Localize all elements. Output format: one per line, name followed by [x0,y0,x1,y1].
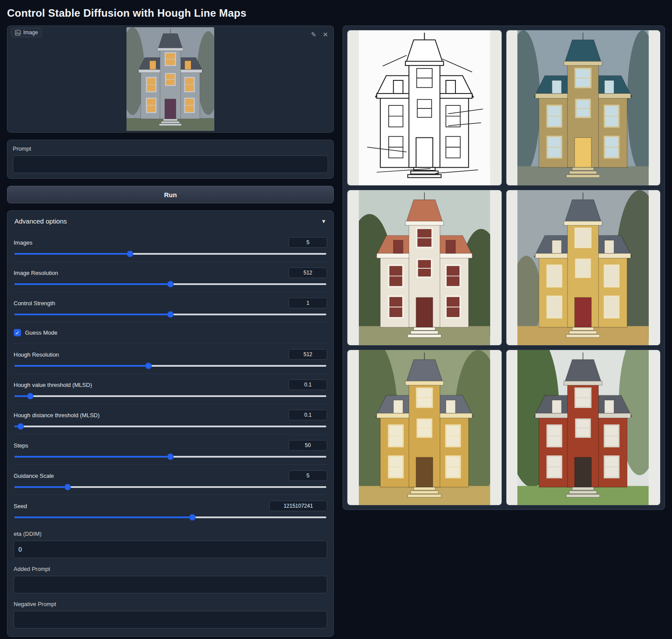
slider-hough-distance-threshold-mlsd: Hough distance threshold (MLSD) [14,404,327,434]
slider-fill [14,456,170,458]
negative-prompt-input[interactable] [14,611,327,628]
added-prompt-input[interactable] [14,576,327,593]
slider-image-resolution: Image Resolution [14,261,327,292]
advanced-options-accordion[interactable]: Advanced options ▼ [14,211,327,231]
slider-fill [14,486,68,488]
image-toolbar: ✎ ✕ [310,30,329,39]
gallery-item-hough-line-map[interactable] [347,30,502,186]
gallery-image [517,30,649,185]
run-button[interactable]: Run [7,186,334,203]
image-label-text: Image [23,29,38,36]
slider-value-input[interactable] [289,267,327,278]
slider-handle[interactable] [167,454,174,460]
slider-value-input[interactable] [289,440,327,451]
slider-label: Steps [14,442,28,449]
advanced-options-title: Advanced options [14,217,67,225]
input-image-panel: Image ✎ ✕ [7,25,334,133]
slider-track[interactable] [14,486,326,488]
eta-field: eta (DDIM) [14,525,327,560]
slider-handle[interactable] [167,311,174,318]
slider-label: Guidance Scale [14,473,54,479]
page-title: Control Stable Diffusion with Hough Line… [0,0,672,25]
slider-handle[interactable] [64,484,71,491]
slider-value-input[interactable] [289,379,327,390]
guess-mode-label: Guess Mode [25,329,58,336]
slider-fill [14,253,130,255]
input-image[interactable] [7,26,333,132]
gallery-item-mustard-victorian-painting[interactable] [506,190,661,346]
controls-column: Image ✎ ✕ Prompt Run Advanced options ▼ … [7,25,334,637]
slider-handle[interactable] [145,363,152,369]
slider-track[interactable] [14,365,326,367]
slider-handle[interactable] [126,251,133,257]
sliders-top-group: Images Image Resolution Control Strength [14,231,327,322]
slider-label: Hough distance threshold (MLSD) [14,412,100,419]
gallery-item-gold-victorian-painting[interactable] [347,350,502,505]
slider-control-strength: Control Strength [14,292,327,322]
eta-input[interactable] [14,541,327,558]
slider-guidance-scale: Guidance Scale [14,464,327,495]
gallery-item-teal-victorian-painting[interactable] [506,30,661,186]
slider-track[interactable] [14,395,326,397]
negative-prompt-label: Negative Prompt [14,601,327,607]
slider-value-input[interactable] [289,470,327,481]
slider-handle[interactable] [167,281,174,288]
slider-label: Seed [14,503,27,509]
eta-label: eta (DDIM) [14,531,327,537]
gallery-image [359,30,490,185]
edit-image-button[interactable]: ✎ [310,30,318,39]
slider-value-input[interactable] [269,501,327,511]
gallery-item-white-victorian-painting[interactable] [347,190,502,346]
slider-track[interactable] [14,283,326,285]
slider-fill [14,516,192,518]
guess-mode-checkbox[interactable]: ✓ Guess Mode [14,322,327,343]
negative-prompt-field: Negative Prompt [14,595,327,630]
input-image-preview [126,27,214,131]
clear-image-button[interactable]: ✕ [322,30,329,39]
slider-value-input[interactable] [289,298,327,308]
slider-value-input[interactable] [289,237,327,248]
slider-label: Control Strength [14,300,55,307]
slider-hough-resolution: Hough Resolution [14,343,327,373]
slider-track[interactable] [14,253,326,255]
slider-images: Images [14,231,327,261]
slider-value-input[interactable] [289,349,327,360]
gallery-image [517,350,649,505]
slider-label: Hough Resolution [14,351,59,358]
slider-track[interactable] [14,456,326,458]
slider-steps: Steps [14,434,327,464]
slider-fill [14,283,170,285]
slider-handle[interactable] [18,423,24,430]
added-prompt-label: Added Prompt [14,566,327,572]
slider-fill [14,365,148,367]
advanced-options-panel: Advanced options ▼ Images Image Resoluti… [7,210,334,637]
slider-track[interactable] [14,516,326,518]
slider-seed: Seed [14,495,327,525]
result-gallery [347,30,661,505]
gallery-image [517,190,649,345]
accordion-chevron-icon: ▼ [321,218,326,224]
gallery-image [359,190,490,345]
main-layout: Image ✎ ✕ Prompt Run Advanced options ▼ … [0,25,672,637]
prompt-panel: Prompt [7,140,334,179]
sliders-bottom-group: Hough Resolution Hough value threshold (… [14,343,327,525]
slider-label: Hough value threshold (MLSD) [14,382,92,388]
image-component-label: Image [11,28,42,37]
checkbox-checked-icon: ✓ [14,329,21,336]
slider-handle[interactable] [27,393,33,400]
slider-track[interactable] [14,314,326,315]
slider-label: Images [14,239,33,246]
slider-fill [14,314,170,315]
slider-hough-value-threshold-mlsd: Hough value threshold (MLSD) [14,373,327,404]
added-prompt-field: Added Prompt [14,560,327,595]
slider-handle[interactable] [189,514,195,521]
slider-value-input[interactable] [289,410,327,420]
gallery-item-red-brick-victorian-painting[interactable] [506,350,661,505]
slider-track[interactable] [14,426,326,427]
results-column [343,25,665,510]
result-gallery-panel [343,25,665,510]
slider-label: Image Resolution [14,270,58,276]
gallery-image [359,350,490,505]
prompt-label: Prompt [13,145,328,152]
prompt-input[interactable] [13,155,328,173]
